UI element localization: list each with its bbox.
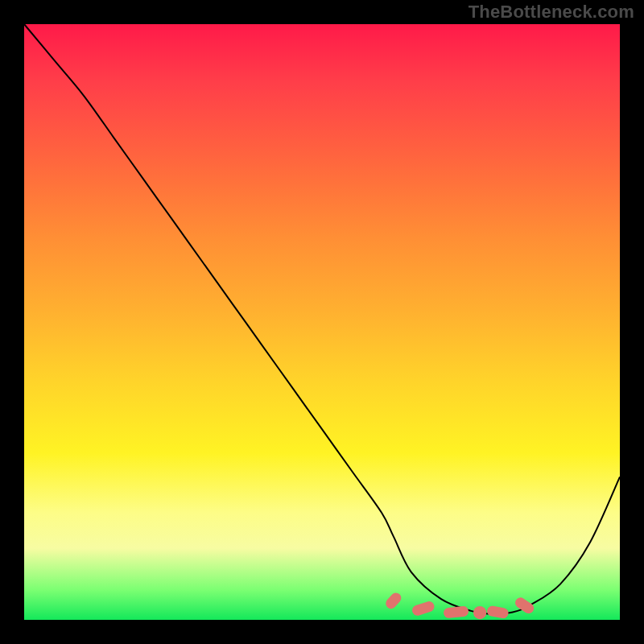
curve-marker-pill bbox=[443, 605, 469, 618]
chart-frame: TheBottleneck.com bbox=[0, 0, 644, 644]
plot-area bbox=[24, 24, 620, 620]
marker-group bbox=[384, 591, 536, 619]
curve-marker-pill bbox=[384, 591, 404, 611]
curve-layer bbox=[24, 24, 620, 620]
curve-marker-dot bbox=[473, 606, 486, 619]
curve-marker-pill bbox=[486, 605, 509, 619]
curve-marker-pill bbox=[514, 596, 536, 616]
bottleneck-curve bbox=[24, 24, 620, 614]
watermark-text: TheBottleneck.com bbox=[469, 2, 634, 23]
curve-marker-pill bbox=[411, 600, 436, 617]
